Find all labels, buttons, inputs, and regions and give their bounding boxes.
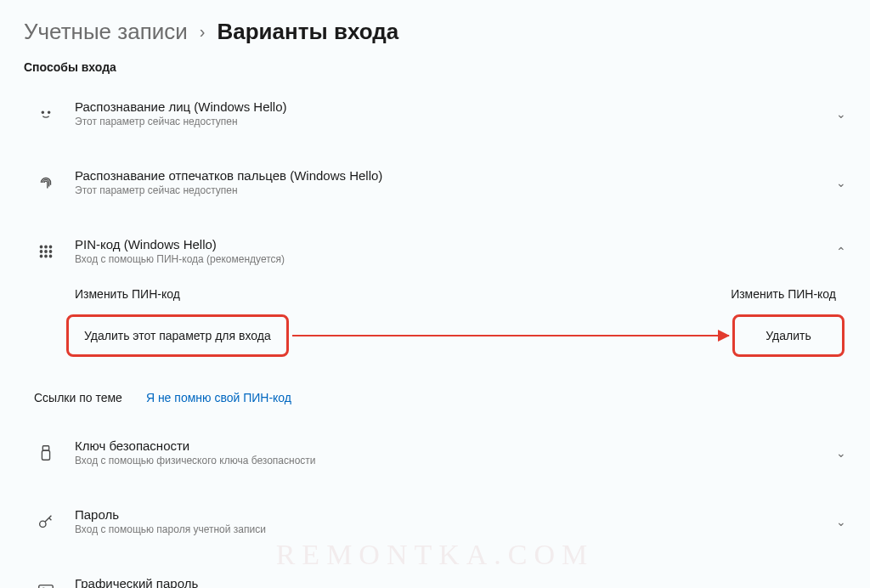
change-pin-label-right: Изменить ПИН-код bbox=[731, 287, 836, 301]
chevron-down-icon: ⌄ bbox=[836, 515, 846, 529]
remove-pin-button[interactable]: Удалить bbox=[732, 314, 845, 357]
option-picture-password[interactable]: Графический пароль Проведите пальцем и к… bbox=[0, 566, 870, 588]
picture-icon bbox=[34, 579, 58, 589]
option-fingerprint[interactable]: Распознавание отпечатков пальцев (Window… bbox=[0, 158, 870, 206]
forgot-pin-link[interactable]: Я не помню свой ПИН-код bbox=[146, 391, 291, 404]
related-links: Ссылки по теме Я не помню свой ПИН-код bbox=[0, 382, 870, 420]
section-heading: Способы входа bbox=[0, 60, 870, 74]
option-title: Графический пароль bbox=[75, 576, 836, 588]
svg-point-13 bbox=[40, 521, 46, 527]
usb-key-icon bbox=[34, 441, 58, 465]
breadcrumb-parent[interactable]: Учетные записи bbox=[24, 19, 188, 45]
svg-point-2 bbox=[40, 246, 42, 247]
change-pin-label-left: Изменить ПИН-код bbox=[75, 287, 180, 301]
chevron-down-icon: ⌄ bbox=[836, 176, 846, 189]
chevron-down-icon: ⌄ bbox=[836, 584, 846, 589]
svg-point-10 bbox=[49, 255, 51, 257]
pin-expanded-panel: Изменить ПИН-код Изменить ПИН-код Удалит… bbox=[0, 287, 870, 382]
page-title: Варианты входа bbox=[217, 19, 398, 45]
related-links-heading: Ссылки по теме bbox=[34, 391, 122, 404]
svg-rect-12 bbox=[42, 450, 49, 460]
key-icon bbox=[34, 510, 58, 534]
option-title: Распознавание лиц (Windows Hello) bbox=[75, 99, 836, 114]
chevron-down-icon: ⌄ bbox=[836, 107, 846, 121]
fingerprint-icon bbox=[34, 171, 58, 195]
remove-pin-label: Удалить этот параметр для входа bbox=[66, 314, 289, 357]
option-subtitle: Этот параметр сейчас недоступен bbox=[75, 184, 836, 196]
chevron-right-icon: › bbox=[200, 22, 206, 42]
option-subtitle: Этот параметр сейчас недоступен bbox=[75, 116, 836, 127]
svg-point-0 bbox=[42, 111, 43, 113]
svg-point-5 bbox=[40, 250, 42, 252]
option-face-recognition[interactable]: Распознавание лиц (Windows Hello) Этот п… bbox=[0, 89, 870, 138]
option-title: PIN-код (Windows Hello) bbox=[75, 237, 836, 252]
breadcrumb: Учетные записи › Варианты входа bbox=[0, 0, 870, 60]
face-icon bbox=[34, 102, 58, 126]
option-subtitle: Вход с помощью ПИН-кода (рекомендуется) bbox=[75, 253, 836, 265]
option-subtitle: Вход с помощью пароля учетной записи bbox=[75, 523, 836, 535]
option-title: Ключ безопасности bbox=[75, 438, 836, 453]
svg-rect-11 bbox=[42, 445, 48, 450]
option-password[interactable]: Пароль Вход с помощью пароля учетной зап… bbox=[0, 497, 870, 546]
svg-point-7 bbox=[49, 250, 51, 252]
svg-point-9 bbox=[45, 255, 47, 257]
svg-point-6 bbox=[45, 250, 47, 252]
option-subtitle: Вход с помощью физического ключа безопас… bbox=[75, 455, 836, 466]
svg-point-8 bbox=[40, 255, 42, 257]
option-security-key[interactable]: Ключ безопасности Вход с помощью физичес… bbox=[0, 428, 870, 477]
svg-point-1 bbox=[48, 111, 50, 113]
chevron-down-icon: ⌄ bbox=[836, 446, 846, 460]
option-title: Распознавание отпечатков пальцев (Window… bbox=[75, 168, 836, 183]
svg-rect-14 bbox=[39, 585, 54, 588]
svg-point-4 bbox=[49, 246, 51, 247]
chevron-up-icon: ⌃ bbox=[836, 245, 846, 258]
option-title: Пароль bbox=[75, 507, 836, 522]
pin-keypad-icon bbox=[34, 240, 58, 263]
option-pin[interactable]: PIN-код (Windows Hello) Вход с помощью П… bbox=[0, 227, 870, 275]
annotation-arrow bbox=[292, 335, 729, 336]
svg-point-3 bbox=[45, 246, 47, 247]
